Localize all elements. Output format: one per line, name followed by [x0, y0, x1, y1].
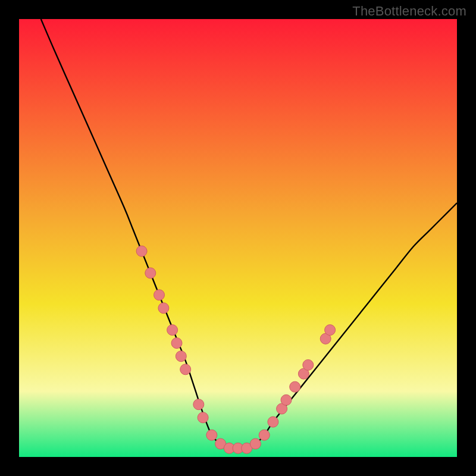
- data-dot: [158, 303, 169, 314]
- data-dot: [167, 325, 178, 336]
- data-dot: [259, 430, 270, 440]
- data-dot: [325, 325, 336, 336]
- data-dot: [154, 290, 165, 300]
- chart-stage: TheBottleneck.com: [0, 0, 476, 476]
- data-dot: [171, 338, 182, 349]
- data-dot: [198, 412, 208, 423]
- data-dot: [180, 364, 191, 375]
- plot-area: [19, 19, 457, 457]
- data-dot: [193, 399, 204, 410]
- data-dot: [145, 268, 156, 278]
- data-dot: [250, 439, 261, 449]
- data-dot: [303, 359, 314, 370]
- watermark-text: TheBottleneck.com: [352, 4, 466, 19]
- data-dot: [136, 246, 147, 256]
- curve-path: [41, 19, 457, 449]
- bottleneck-curve: [19, 19, 457, 457]
- data-dot: [176, 351, 186, 362]
- data-dot: [268, 416, 278, 427]
- data-dot: [206, 430, 217, 440]
- data-dot: [290, 381, 300, 392]
- curve-dots: [136, 246, 335, 453]
- data-dot: [281, 394, 292, 405]
